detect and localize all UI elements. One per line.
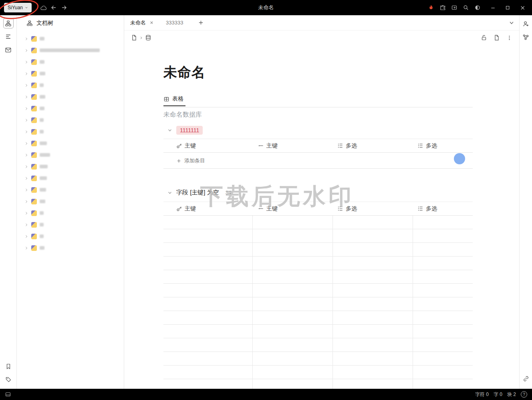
- grid-cell[interactable]: [332, 270, 413, 283]
- grid-cell[interactable]: [413, 297, 473, 311]
- doc-tree-item[interactable]: [17, 137, 124, 149]
- grid-cell[interactable]: [163, 270, 252, 283]
- grid-cell[interactable]: [413, 338, 473, 352]
- grid-cell[interactable]: [163, 284, 252, 297]
- grid-cell[interactable]: [252, 216, 332, 229]
- doc-tree-item[interactable]: [17, 33, 124, 44]
- chevron-right-icon[interactable]: [24, 153, 28, 157]
- chevron-right-icon[interactable]: [24, 176, 28, 180]
- grid-cell[interactable]: [252, 338, 332, 352]
- doc-tree-item[interactable]: [17, 172, 124, 184]
- panel-toggle-icon[interactable]: [5, 391, 11, 398]
- chevron-right-icon[interactable]: [24, 141, 28, 145]
- maximize-button[interactable]: [502, 2, 513, 13]
- grid-cell[interactable]: [252, 379, 332, 389]
- document-icon[interactable]: [131, 34, 137, 41]
- grid-cell[interactable]: [163, 379, 252, 389]
- grid-cell[interactable]: [163, 311, 252, 324]
- tab-untitled[interactable]: 未命名: [124, 15, 160, 30]
- chevron-right-icon[interactable]: [24, 95, 28, 99]
- page-title[interactable]: 未命名: [163, 63, 206, 82]
- back-button[interactable]: [48, 2, 59, 13]
- doc-tree-item[interactable]: [17, 161, 124, 172]
- grid-cell[interactable]: [413, 229, 473, 242]
- column-header[interactable]: 多选: [413, 202, 473, 215]
- grid-cell[interactable]: [252, 270, 332, 283]
- tab-list-chevron-icon[interactable]: [509, 20, 514, 26]
- tag-dock-icon[interactable]: [3, 374, 14, 385]
- chevron-right-icon[interactable]: [24, 107, 28, 111]
- doc-tree-item[interactable]: [17, 230, 124, 242]
- sync-cloud-icon[interactable]: [38, 2, 48, 13]
- grid-cell[interactable]: [163, 297, 252, 311]
- grid-cell[interactable]: [163, 257, 252, 270]
- grid-cell[interactable]: [332, 216, 413, 229]
- grid-cell[interactable]: [163, 352, 252, 365]
- grid-cell[interactable]: [413, 352, 473, 365]
- grid-cell[interactable]: [413, 243, 473, 256]
- add-entry-button[interactable]: 添加条目: [163, 153, 473, 169]
- workspace-menu-button[interactable]: SiYuan: [4, 3, 32, 12]
- doc-tree-item[interactable]: [17, 196, 124, 207]
- doc-tree-item[interactable]: [17, 79, 124, 91]
- doc-tree-item[interactable]: [17, 219, 124, 230]
- theme-icon[interactable]: [472, 2, 483, 13]
- group1-tag[interactable]: 1111111: [176, 126, 203, 135]
- doc-info-icon[interactable]: [494, 34, 500, 41]
- grid-cell[interactable]: [252, 257, 332, 270]
- grid-cell[interactable]: [413, 366, 473, 379]
- grid-cell[interactable]: [413, 284, 473, 297]
- grid-cell[interactable]: [332, 352, 413, 365]
- unlock-icon[interactable]: [481, 34, 487, 41]
- grid-cell[interactable]: [332, 229, 413, 242]
- column-header[interactable]: 主键: [163, 139, 252, 152]
- close-button[interactable]: [517, 2, 528, 13]
- grid-cell[interactable]: [252, 243, 332, 256]
- database-icon[interactable]: [145, 34, 151, 41]
- chevron-right-icon[interactable]: [24, 118, 28, 122]
- grid-cell[interactable]: [332, 311, 413, 324]
- chevron-right-icon[interactable]: [24, 37, 28, 41]
- grid-cell[interactable]: [332, 297, 413, 311]
- grid-cell[interactable]: [163, 229, 252, 242]
- grid-cell[interactable]: [252, 229, 332, 242]
- grid-cell[interactable]: [413, 270, 473, 283]
- grid-cell[interactable]: [332, 325, 413, 338]
- grid-cell[interactable]: [163, 325, 252, 338]
- doc-tree-item[interactable]: [17, 114, 124, 126]
- grid-cell[interactable]: [252, 325, 332, 338]
- outline-dock-icon[interactable]: [3, 31, 14, 42]
- chevron-right-icon[interactable]: [24, 130, 28, 134]
- minimize-button[interactable]: [487, 2, 498, 13]
- grid-cell[interactable]: [332, 379, 413, 389]
- graph-dock-icon[interactable]: [521, 32, 531, 42]
- new-tab-button[interactable]: [198, 20, 204, 26]
- column-header[interactable]: 主键: [163, 202, 252, 215]
- doc-tree-item[interactable]: [17, 68, 124, 79]
- doc-tree-item[interactable]: [17, 44, 124, 56]
- help-icon[interactable]: ?: [521, 391, 527, 398]
- chevron-down-icon[interactable]: [167, 128, 172, 133]
- extensions-icon[interactable]: [437, 2, 448, 13]
- doc-tree-item[interactable]: [17, 91, 124, 103]
- doc-tree-item[interactable]: [17, 207, 124, 219]
- database-title-input[interactable]: 未命名数据库: [163, 111, 202, 119]
- bookmark-dock-icon[interactable]: [3, 361, 14, 372]
- grid-cell[interactable]: [413, 216, 473, 229]
- column-header[interactable]: 多选: [413, 139, 473, 152]
- chevron-right-icon[interactable]: [24, 223, 28, 227]
- grid-cell[interactable]: [332, 257, 413, 270]
- grid-cell[interactable]: [332, 366, 413, 379]
- column-header[interactable]: 多选: [332, 202, 413, 215]
- grid-cell[interactable]: [332, 243, 413, 256]
- grid-cell[interactable]: [413, 311, 473, 324]
- doc-tree-item[interactable]: [17, 56, 124, 68]
- tab-table-view[interactable]: 表格: [163, 95, 185, 106]
- grid-cell[interactable]: [163, 216, 252, 229]
- forward-button[interactable]: [59, 2, 69, 13]
- search-icon[interactable]: [461, 2, 471, 13]
- grid-cell[interactable]: [332, 284, 413, 297]
- grid-cell[interactable]: [413, 379, 473, 389]
- grid-cell[interactable]: [252, 311, 332, 324]
- chevron-right-icon[interactable]: [24, 188, 28, 192]
